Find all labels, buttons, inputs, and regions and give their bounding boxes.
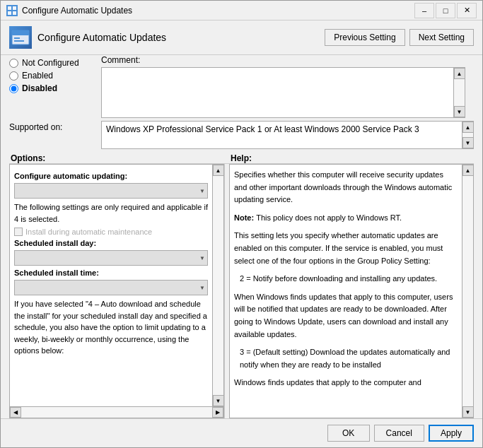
options-column: Configure automatic updating: ▼ The foll… (9, 164, 225, 418)
options-hscroll-track (21, 407, 212, 418)
help-scroll-track (462, 176, 473, 406)
scheduled-day-label: Scheduled install day: (14, 239, 208, 247)
apply-button[interactable]: Apply (429, 425, 474, 442)
svg-rect-0 (8, 6, 11, 10)
radio-comment-row: Not Configured Enabled Disabled Comment:… (1, 55, 482, 121)
help-scrollbar[interactable]: ▲ ▼ (462, 164, 474, 418)
not-configured-radio[interactable]: Not Configured (9, 58, 101, 68)
window-title: Configure Automatic Updates (22, 6, 132, 16)
dialog-icon (9, 26, 32, 49)
scheduled-day-dropdown[interactable]: ▼ (14, 250, 208, 266)
supported-label: Supported on: (9, 121, 101, 132)
time-dropdown-arrow-icon: ▼ (199, 285, 205, 291)
install-maintenance-checkbox[interactable] (14, 228, 23, 236)
help-para7: Windows finds updates that apply to the … (234, 377, 458, 389)
cancel-button[interactable]: Cancel (374, 425, 424, 442)
svg-rect-2 (8, 11, 11, 15)
options-scroll-up[interactable]: ▲ (213, 165, 224, 176)
content-area: Not Configured Enabled Disabled Comment:… (1, 55, 482, 418)
help-para5: When Windows finds updates that apply to… (234, 291, 458, 341)
title-bar-left: Configure Automatic Updates (6, 5, 132, 16)
not-configured-radio-input[interactable] (9, 59, 18, 68)
help-para6: 3 = (Default setting) Download the updat… (234, 346, 458, 371)
window-controls: – □ ✕ (414, 3, 477, 18)
options-scrollbar[interactable]: ▲ ▼ (213, 164, 224, 407)
header-left: Configure Automatic Updates (9, 26, 166, 49)
options-content-wrap: Configure automatic updating: ▼ The foll… (9, 164, 224, 407)
help-scroll-up[interactable]: ▲ (462, 165, 474, 176)
options-scroll-track (213, 176, 223, 395)
comment-scrollbar[interactable]: ▲ ▼ (454, 67, 465, 118)
enabled-radio-input[interactable] (9, 71, 18, 81)
options-hscroll-left[interactable]: ◀ (10, 407, 21, 418)
configure-dropdown[interactable]: ▼ (14, 183, 208, 199)
supported-scroll-up[interactable]: ▲ (462, 122, 474, 133)
svg-rect-1 (13, 6, 16, 10)
supported-scroll-down[interactable]: ▼ (462, 137, 474, 148)
next-setting-button[interactable]: Next Setting (409, 29, 474, 46)
title-bar: Configure Automatic Updates – □ ✕ (1, 1, 482, 20)
ok-button[interactable]: OK (327, 425, 370, 442)
bottom-options-text: If you have selected "4 – Auto download … (14, 298, 208, 357)
help-para2: Note: This policy does not apply to Wind… (234, 212, 458, 225)
scroll-track (454, 79, 465, 106)
help-para3: This setting lets you specify whether au… (234, 230, 458, 267)
options-scroll-down[interactable]: ▼ (213, 395, 224, 406)
two-col-section: Configure automatic updating: ▼ The foll… (9, 163, 474, 418)
svg-rect-6 (14, 37, 20, 39)
not-configured-label: Not Configured (22, 58, 79, 68)
comment-section: Comment: ▲ ▼ (101, 55, 474, 118)
options-hscrollbar[interactable]: ◀ ▶ (9, 407, 224, 418)
enabled-label: Enabled (22, 71, 53, 81)
configure-label: Configure automatic updating: (14, 172, 208, 180)
options-header-container: Options: (9, 153, 225, 163)
following-text: The following settings are only required… (14, 201, 208, 225)
enabled-radio[interactable]: Enabled (9, 71, 101, 81)
help-column: Specifies whether this computer will rec… (225, 164, 474, 418)
help-content-wrap: Specifies whether this computer will rec… (229, 164, 474, 418)
options-hscroll-right[interactable]: ▶ (212, 407, 223, 418)
disabled-radio[interactable]: Disabled (9, 83, 101, 93)
scroll-down-btn[interactable]: ▼ (454, 106, 465, 117)
help-para1: Specifies whether this computer will rec… (234, 169, 458, 206)
dialog-header: Configure Automatic Updates Previous Set… (1, 20, 482, 55)
scroll-up-btn[interactable]: ▲ (454, 68, 465, 79)
dropdown-arrow-icon: ▼ (199, 188, 205, 194)
prev-setting-button[interactable]: Previous Setting (325, 29, 405, 46)
help-para4: 2 = Notify before downloading and instal… (234, 273, 458, 285)
svg-rect-5 (12, 30, 29, 35)
comment-textarea[interactable] (101, 67, 454, 118)
window-icon (6, 5, 18, 16)
help-scroll-down[interactable]: ▼ (462, 406, 474, 418)
minimize-button[interactable]: – (414, 3, 434, 18)
help-content: Specifies whether this computer will rec… (229, 164, 462, 418)
maximize-button[interactable]: □ (436, 3, 455, 18)
help-header-container: Help: (225, 153, 474, 163)
install-maintenance-row: Install during automatic maintenance (14, 228, 208, 236)
scheduled-time-dropdown[interactable]: ▼ (14, 280, 208, 295)
svg-rect-7 (14, 40, 24, 42)
options-content: Configure automatic updating: ▼ The foll… (9, 164, 213, 407)
dialog-title: Configure Automatic Updates (37, 32, 166, 43)
supported-section: Supported on: Windows XP Professional Se… (1, 121, 482, 153)
navigation-buttons: Previous Setting Next Setting (325, 29, 474, 46)
scheduled-time-label: Scheduled install time: (14, 269, 208, 277)
install-maintenance-label: Install during automatic maintenance (25, 228, 152, 236)
supported-box: Windows XP Professional Service Pack 1 o… (101, 121, 474, 149)
help-note-prefix: Note: (234, 213, 256, 222)
radio-group: Not Configured Enabled Disabled (9, 55, 101, 118)
supported-scrollbar[interactable]: ▲ ▼ (462, 121, 474, 149)
svg-rect-3 (13, 11, 16, 15)
day-dropdown-arrow-icon: ▼ (199, 255, 205, 261)
close-button[interactable]: ✕ (457, 3, 477, 18)
main-window: Configure Automatic Updates – □ ✕ Config… (0, 0, 483, 448)
section-headers: Options: Help: (1, 153, 482, 163)
comment-label: Comment: (101, 55, 465, 65)
disabled-label: Disabled (22, 83, 57, 93)
footer-bar: OK Cancel Apply (1, 418, 482, 447)
disabled-radio-input[interactable] (9, 84, 18, 93)
supported-text: Windows XP Professional Service Pack 1 o… (101, 121, 462, 149)
help-para2-text: This policy does not apply to Windows RT… (256, 213, 402, 222)
